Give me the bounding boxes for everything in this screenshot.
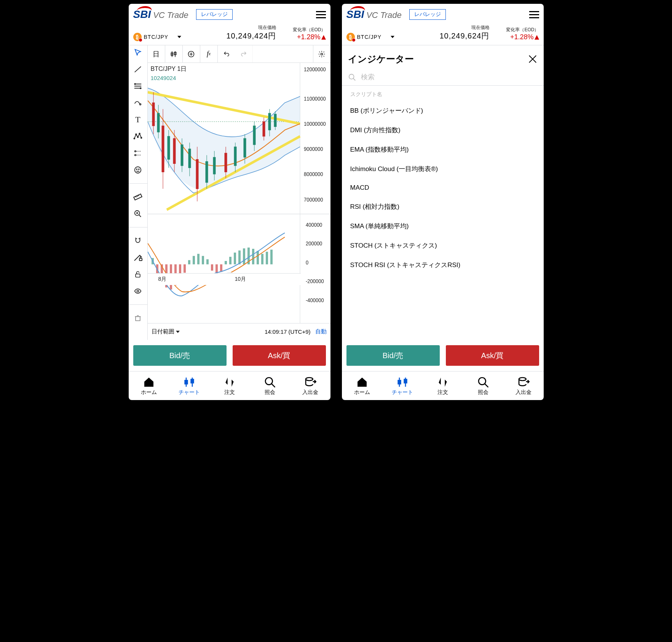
svg-rect-103 <box>197 254 200 264</box>
indicator-item[interactable]: RSI (相対力指数) <box>342 197 544 216</box>
timeframe-button[interactable]: 日 <box>148 45 165 62</box>
add-indicator-button[interactable] <box>183 45 200 62</box>
chevron-down-icon <box>177 36 181 38</box>
pair-selector[interactable]: ₿ BTC/JPY <box>133 33 182 41</box>
bid-button[interactable]: Bid/売 <box>133 345 227 366</box>
svg-point-135 <box>519 378 526 381</box>
svg-rect-101 <box>188 260 190 264</box>
change-value: +1.28% <box>510 33 534 41</box>
svg-point-16 <box>135 167 141 173</box>
trendline-tool[interactable] <box>132 64 144 74</box>
indicator-item[interactable]: DMI (方向性指数) <box>342 120 544 140</box>
svg-rect-115 <box>252 249 254 264</box>
tab-deposit[interactable]: 入出金 <box>503 371 544 400</box>
chart-last-price: 10249024 <box>151 75 187 81</box>
pattern-tool[interactable] <box>132 131 144 141</box>
ask-button[interactable]: Ask/買 <box>446 345 539 366</box>
indicator-item[interactable]: STOCH (ストキャスティクス) <box>342 236 544 255</box>
svg-rect-119 <box>270 250 273 264</box>
tab-order[interactable]: 注文 <box>209 371 250 400</box>
bid-button[interactable]: Bid/売 <box>346 345 440 366</box>
trash-tool[interactable] <box>132 313 144 323</box>
emoji-tool[interactable] <box>132 165 144 175</box>
svg-text:10000000: 10000000 <box>304 121 326 127</box>
lock-drawing-tool[interactable] <box>132 253 144 263</box>
indicator-item[interactable]: SMA (単純移動平均) <box>342 216 544 236</box>
chart-settings-button[interactable] <box>313 45 330 62</box>
brand-logo: SBI VC Trade <box>133 8 188 21</box>
fx-button[interactable]: fx <box>200 45 218 62</box>
chart-canvas[interactable]: 12000000 11000000 10000000 9000000 80000… <box>148 63 330 323</box>
price-label: 現在価格 <box>439 24 489 31</box>
svg-rect-132 <box>404 379 407 383</box>
svg-rect-116 <box>257 251 259 264</box>
tab-order[interactable]: 注文 <box>423 371 463 400</box>
svg-rect-104 <box>202 256 204 264</box>
leverage-button[interactable]: レバレッジ <box>196 9 233 20</box>
svg-rect-102 <box>193 256 195 264</box>
tab-inquiry[interactable]: 照会 <box>250 371 290 400</box>
auto-scale-button[interactable]: 自動 <box>315 328 327 335</box>
current-price-block: 現在価格 10,249,624円 <box>439 24 489 41</box>
clock-label: 14:09:17 (UTC+9) <box>265 328 310 335</box>
svg-point-133 <box>479 378 486 385</box>
indicator-item[interactable]: MACD <box>342 179 544 197</box>
indicator-item[interactable]: STOCH RSI (ストキャスティクスRSI) <box>342 255 544 275</box>
tab-inquiry[interactable]: 照会 <box>463 371 503 400</box>
pair-selector[interactable]: ₿ BTC/JPY <box>346 33 395 41</box>
svg-rect-71 <box>181 145 183 166</box>
visibility-tool[interactable] <box>132 286 144 296</box>
magnet-tool[interactable] <box>132 236 144 246</box>
ask-button[interactable]: Ask/買 <box>233 345 326 366</box>
menu-icon[interactable] <box>529 11 539 18</box>
indicator-item[interactable]: Ichimoku Cloud (一目均衡表®) <box>342 159 544 179</box>
indicator-title: インジケーター <box>348 53 414 65</box>
candle-style-button[interactable] <box>165 45 183 62</box>
unlock-tool[interactable] <box>132 269 144 279</box>
change-block: 変化率（EOD） +1.28% <box>280 27 326 41</box>
svg-point-12 <box>135 150 136 152</box>
close-icon[interactable] <box>528 54 538 64</box>
chart-symbol: BTC/JPY 1日 <box>151 65 187 73</box>
brand-sub: VC Trade <box>153 10 188 20</box>
bid-ask-bar: Bid/売 Ask/買 <box>129 340 330 371</box>
svg-line-128 <box>353 78 355 80</box>
indicator-search[interactable] <box>342 69 544 86</box>
app-header: SBI VC Trade レバレッジ <box>129 4 330 23</box>
svg-rect-81 <box>244 138 246 157</box>
fib-tool[interactable] <box>132 81 144 91</box>
svg-rect-63 <box>225 153 227 172</box>
leverage-button[interactable]: レバレッジ <box>409 9 446 20</box>
arrow-up-icon <box>535 35 539 40</box>
brush-tool[interactable] <box>132 98 144 108</box>
menu-icon[interactable] <box>316 11 326 18</box>
ruler-tool[interactable] <box>132 192 144 202</box>
change-label: 変化率（EOD） <box>280 27 326 33</box>
chart-header: BTC/JPY 1日 10249024 <box>151 65 187 81</box>
cursor-tool[interactable] <box>132 48 144 58</box>
undo-button[interactable] <box>218 45 235 62</box>
projection-tool[interactable] <box>132 148 144 158</box>
svg-rect-30 <box>136 274 140 277</box>
tab-chart[interactable]: チャート <box>382 371 423 400</box>
chart-toolbar: 日 fx <box>148 45 330 63</box>
tab-home[interactable]: ホーム <box>342 371 382 400</box>
svg-point-5 <box>140 88 141 89</box>
date-range-dropdown[interactable]: 日付範囲 <box>152 328 180 335</box>
text-tool[interactable]: T <box>132 115 144 125</box>
tab-home[interactable]: ホーム <box>129 371 169 400</box>
svg-point-10 <box>139 133 140 134</box>
search-input[interactable] <box>360 73 538 82</box>
drawing-toolbar: T <box>129 45 148 340</box>
svg-rect-79 <box>234 147 236 166</box>
indicator-item[interactable]: EMA (指数移動平均) <box>342 140 544 159</box>
indicator-item[interactable]: BB (ボリンジャーバンド) <box>342 101 544 120</box>
tab-chart[interactable]: チャート <box>169 371 209 400</box>
svg-rect-19 <box>134 194 142 200</box>
app-header: SBI VC Trade レバレッジ <box>342 4 544 23</box>
redo-button[interactable] <box>235 45 253 62</box>
svg-text:400000: 400000 <box>306 222 322 228</box>
zoom-in-tool[interactable] <box>132 209 144 219</box>
tab-deposit[interactable]: 入出金 <box>290 371 330 400</box>
svg-text:9000000: 9000000 <box>304 146 323 152</box>
